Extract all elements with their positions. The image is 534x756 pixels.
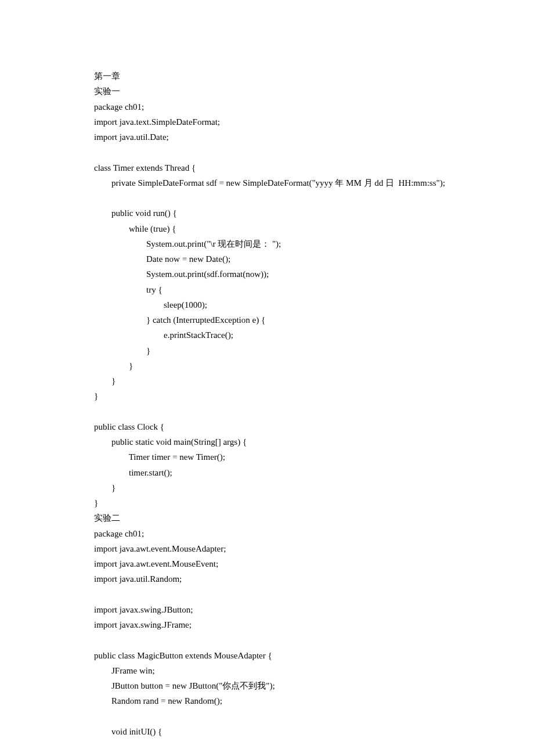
code-line: } [94, 343, 488, 358]
code-line: import java.util.Random; [94, 571, 488, 586]
code-line: } [94, 358, 488, 373]
code-line: } catch (InterruptedException e) { [94, 312, 488, 327]
code-line: 实验一 [94, 84, 488, 99]
code-line [94, 632, 488, 647]
code-line: public void run() { [94, 206, 488, 221]
code-line: void initUI() { [94, 724, 488, 739]
code-line: public static void main(String[] args) { [94, 434, 488, 449]
code-line: import javax.swing.JButton; [94, 602, 488, 617]
code-line: package ch01; [94, 526, 488, 541]
code-line: import java.awt.event.MouseEvent; [94, 556, 488, 571]
code-line: JButton button = new JButton("你点不到我"); [94, 678, 488, 693]
code-line: while (true) { [94, 221, 488, 236]
code-line: import java.awt.event.MouseAdapter; [94, 541, 488, 556]
code-line: } [94, 495, 488, 510]
code-line [94, 587, 488, 602]
code-line: Date now = new Date(); [94, 251, 488, 267]
code-line: import java.util.Date; [94, 129, 488, 145]
code-line: try { [94, 282, 488, 297]
code-line: e.printStackTrace(); [94, 327, 488, 343]
code-line: timer.start(); [94, 465, 488, 480]
code-line [94, 709, 488, 724]
document-page: 第一章实验一package ch01;import java.text.Simp… [0, 0, 534, 756]
code-line: Timer timer = new Timer(); [94, 449, 488, 465]
code-line [94, 145, 488, 160]
code-line: 第一章 [94, 69, 488, 84]
code-line [94, 404, 488, 419]
code-line: } [94, 388, 488, 404]
code-line: Random rand = new Random(); [94, 693, 488, 708]
code-line: public class Clock { [94, 419, 488, 434]
code-line: sleep(1000); [94, 297, 488, 312]
code-line: package ch01; [94, 99, 488, 114]
code-line: 实验二 [94, 510, 488, 525]
code-line: System.out.print(sdf.format(now)); [94, 267, 488, 282]
code-line: } [94, 480, 488, 495]
code-line: } [94, 373, 488, 388]
code-line: public class MagicButton extends MouseAd… [94, 648, 488, 663]
code-line: private SimpleDateFormat sdf = new Simpl… [94, 175, 488, 190]
code-line: System.out.print("\r 现在时间是： "); [94, 236, 488, 251]
code-line: JFrame win; [94, 663, 488, 678]
code-line: import javax.swing.JFrame; [94, 617, 488, 632]
code-line: class Timer extends Thread { [94, 160, 488, 175]
code-line: import java.text.SimpleDateFormat; [94, 114, 488, 129]
code-line [94, 190, 488, 206]
code-block: 第一章实验一package ch01;import java.text.Simp… [94, 69, 488, 739]
